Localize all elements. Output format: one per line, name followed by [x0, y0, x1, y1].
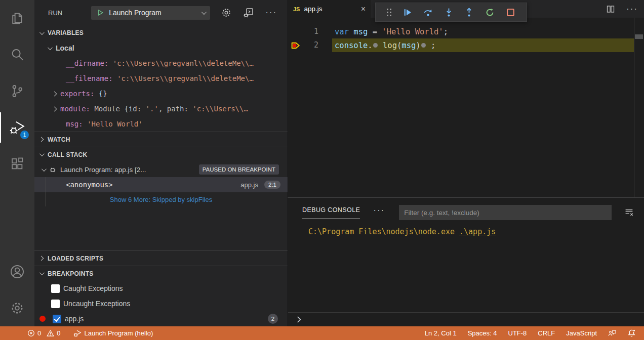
activity-bar: 1 [0, 0, 34, 326]
problems-status-item[interactable]: 0 0 [27, 329, 60, 337]
activitybar-extensions[interactable] [0, 146, 34, 182]
activitybar-settings[interactable] [0, 290, 34, 326]
encoding-item[interactable]: UTF-8 [508, 329, 527, 337]
sidebar-more-actions-button[interactable]: ··· [265, 10, 277, 15]
variable-name: msg: [66, 120, 87, 128]
stack-frame-row[interactable]: <anonymous> app.js 2:1 [34, 177, 288, 192]
gear-icon [10, 301, 25, 316]
launch-config-dropdown[interactable]: Launch Program [91, 6, 210, 20]
debug-session-row[interactable]: Launch Program: app.js [2... PAUSED ON B… [34, 162, 288, 177]
show-more-link[interactable]: Show 6 More: Skipped by skipFiles [110, 196, 212, 203]
tab-label: app.js [304, 5, 322, 13]
activitybar-source-control[interactable] [0, 73, 34, 109]
variables-header-label: VARIABLES [48, 29, 84, 36]
indentation-item[interactable]: Spaces: 4 [468, 329, 497, 337]
restart-button[interactable] [485, 8, 495, 17]
editor-more-actions-button[interactable]: ··· [626, 7, 638, 12]
activitybar-search[interactable] [0, 36, 34, 73]
uncaught-exceptions-checkbox[interactable] [51, 300, 60, 308]
chevron-down-icon [39, 30, 45, 35]
run-panel-header: RUN Launch Program [34, 0, 288, 25]
console-filter-input[interactable] [399, 205, 612, 220]
panel-more-actions-button[interactable]: ··· [373, 208, 385, 217]
chevron-down-icon [202, 10, 207, 15]
variable-row-exports[interactable]: exports: {} [34, 86, 288, 101]
tab-appjs[interactable]: JS app.js × [288, 0, 371, 18]
run-panel-title: RUN [48, 9, 62, 17]
watch-header-label: WATCH [48, 136, 70, 143]
breakpoint-dot-icon [39, 316, 46, 322]
breakpoint-row-file[interactable]: app.js 2 [34, 311, 288, 326]
variable-value: {} [99, 90, 107, 98]
warning-icon [47, 329, 54, 337]
variable-value: 'c:\\Users\\gregvanl\\deleteMe\… [117, 74, 254, 82]
tab-debug-console[interactable]: DEBUG CONSOLE [302, 206, 360, 219]
activitybar-run-and-debug[interactable]: 1 [0, 109, 34, 146]
paused-breakpoint-icon[interactable] [291, 40, 301, 51]
console-output-link[interactable]: .\app.js [459, 227, 496, 236]
gutter-breakpoint-slot[interactable] [291, 27, 301, 37]
activitybar-accounts[interactable] [0, 253, 34, 290]
chevron-down-icon [48, 45, 53, 50]
code-line-1[interactable]: 1 var msg = 'Hello World'; [288, 25, 644, 38]
code-editor[interactable]: 1 var msg = 'Hello World'; 2 console. lo… [288, 18, 644, 52]
code-line-2-current[interactable]: 2 console. log(msg) ; [288, 38, 644, 52]
debug-status-icon [73, 329, 82, 337]
debug-console-panel: DEBUG CONSOLE ··· C:\Program Files\nodej… [288, 197, 644, 326]
breakpoints-header-label: BREAKPOINTS [48, 270, 94, 277]
split-editor-button[interactable] [606, 5, 615, 14]
notifications-button[interactable] [627, 329, 636, 337]
editor-group: JS app.js × ··· [288, 0, 644, 197]
callstack-header-label: CALL STACK [48, 151, 88, 158]
paused-on-breakpoint-badge: PAUSED ON BREAKPOINT [199, 164, 279, 175]
accounts-icon [9, 264, 25, 280]
frame-position-badge: 2:1 [264, 181, 280, 189]
frame-name: <anonymous> [66, 181, 113, 189]
variable-row[interactable]: __filename: 'c:\\Users\\gregvanl\\delete… [34, 71, 288, 86]
callstack-section-header[interactable]: CALL STACK [34, 147, 288, 162]
breakpoint-label: Caught Exceptions [63, 284, 123, 292]
open-debug-console-button[interactable] [243, 7, 255, 19]
step-into-button[interactable] [444, 8, 454, 17]
variable-name: __dirname: [66, 59, 113, 67]
error-count: 0 [37, 329, 41, 337]
debug-status-item[interactable]: Launch Program (hello) [73, 329, 153, 337]
chevron-down-icon [39, 151, 45, 156]
variable-row[interactable]: __dirname: 'c:\\Users\\gregvanl\\deleteM… [34, 56, 288, 71]
step-out-button[interactable] [464, 8, 474, 17]
debug-settings-button[interactable] [221, 7, 232, 18]
stop-button[interactable] [506, 8, 515, 17]
session-label: Launch Program: app.js [2... [60, 166, 146, 174]
feedback-button[interactable] [608, 329, 616, 337]
breakpoint-row-uncaught[interactable]: Uncaught Exceptions [34, 296, 288, 311]
inline-breakpoint-dot[interactable] [421, 43, 426, 48]
breakpoint-row-caught[interactable]: Caught Exceptions [34, 281, 288, 296]
loaded-scripts-section-header[interactable]: LOADED SCRIPTS [34, 250, 288, 266]
clear-console-button[interactable] [625, 208, 634, 217]
console-input-row[interactable] [288, 312, 644, 326]
breakpoints-section-header[interactable]: BREAKPOINTS [34, 266, 288, 281]
debug-toolbar [375, 3, 527, 22]
chevron-down-icon [42, 166, 47, 172]
variable-row-module[interactable]: module: Module {id: '.', path: 'c:\\User… [34, 101, 288, 116]
caught-exceptions-checkbox[interactable] [51, 284, 60, 293]
watch-section-header[interactable]: WATCH [34, 132, 288, 147]
cursor-position-item[interactable]: Ln 2, Col 1 [425, 329, 457, 337]
show-more-frames-row: Show 6 More: Skipped by skipFiles [34, 192, 288, 206]
source-control-icon [10, 83, 25, 99]
activitybar-explorer[interactable] [0, 0, 34, 36]
line-number: 1 [301, 25, 318, 38]
eol-item[interactable]: CRLF [538, 329, 555, 337]
continue-button[interactable] [402, 8, 412, 17]
language-mode-item[interactable]: JavaScript [566, 329, 597, 337]
variable-row[interactable]: msg: 'Hello World' [34, 116, 288, 132]
toolbar-drag-grip[interactable] [387, 9, 391, 16]
step-over-button[interactable] [423, 8, 433, 17]
variable-value: 'Hello World' [87, 120, 143, 128]
variables-section-header[interactable]: VARIABLES [34, 25, 288, 40]
breakpoint-enabled-checkbox[interactable] [53, 315, 61, 323]
editor-scrollbar-thumb[interactable] [635, 34, 643, 39]
close-tab-icon[interactable]: × [361, 5, 366, 13]
scope-local-row[interactable]: Local [34, 40, 288, 56]
inline-breakpoint-dot[interactable] [373, 43, 378, 48]
